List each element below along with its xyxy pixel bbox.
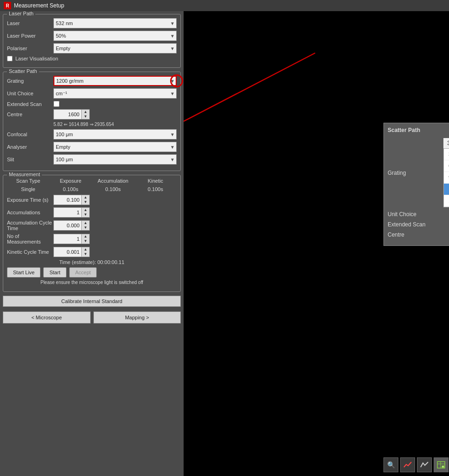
measurement-values: Single 0.100s 0.100s 0.100s — [7, 186, 177, 193]
acc-cycle-spin-up[interactable]: ▲ — [82, 221, 89, 225]
time-estimate: Time (estimate): 00:00:00.11 — [7, 259, 177, 265]
scatter-popup-title: Scatter Path — [388, 127, 449, 133]
exposure-header: Exposure — [49, 178, 92, 184]
kinetic-cycle-time-row: Kinetic Cycle Time ▲ ▼ — [7, 247, 177, 257]
range-row: 5.82 ⇐ 1614.898 ⇒ 2935.654 — [7, 122, 177, 127]
start-live-button[interactable]: Start Live — [7, 267, 40, 278]
grating-dropdown-popup: 300 gr/mm 600 gr/mm 900 gr/mm 1200 gr/mm… — [443, 149, 449, 207]
unit-choice-row: Unit Choice cm⁻¹ ▼ — [7, 88, 177, 99]
grating-option-1800[interactable]: 1800 gr/mm — [444, 195, 449, 207]
polariser-select[interactable]: Empty — [53, 43, 177, 53]
analyser-row: Analyser Empty ▼ — [7, 142, 177, 152]
acc-cycle-input[interactable] — [53, 220, 81, 231]
grating-option-300[interactable]: 300 gr/mm — [444, 149, 449, 160]
extended-scan-row: Extended Scan — [7, 101, 177, 107]
accumulations-spinner: ▲ ▼ — [53, 207, 91, 218]
slit-label: Slit — [7, 157, 53, 162]
popup-grating-header[interactable]: 300 gr/mm ▼ — [443, 138, 449, 149]
unit-choice-select[interactable]: cm⁻¹ — [53, 88, 177, 99]
bottom-toolbar: 🔍 — [383, 457, 449, 472]
unit-choice-label: Unit Choice — [7, 91, 53, 96]
no-of-measurements-row: No of Measurements ▲ ▼ — [7, 233, 177, 245]
popup-unit-choice-label: Unit Choice — [388, 211, 443, 218]
accumulations-row: Accumulations ▲ ▼ — [7, 207, 177, 218]
kinetic-cycle-spin-up[interactable]: ▲ — [82, 247, 89, 252]
acc-cycle-spinner: ▲ ▼ — [53, 220, 91, 231]
laser-dropdown-wrapper: 532 nm ▼ — [53, 18, 177, 28]
centre-input[interactable] — [53, 109, 81, 119]
centre-spin-down[interactable]: ▼ — [82, 114, 89, 119]
accumulations-input[interactable] — [53, 207, 81, 218]
analyser-select[interactable]: Empty — [53, 142, 177, 152]
navigation-buttons: < Microscope Mapping > — [3, 311, 181, 324]
grating-row: Grating 1200 gr/mm ▼ — [7, 76, 177, 86]
grating-dropdown-wrapper: 1200 gr/mm ▼ — [53, 76, 177, 86]
laser-select[interactable]: 532 nm — [53, 18, 177, 28]
exposure-time-input[interactable] — [53, 195, 81, 205]
measurement-title: Measurement — [7, 172, 42, 177]
kinetic-cycle-spinner: ▲ ▼ — [53, 247, 91, 257]
acc-cycle-spin-buttons: ▲ ▼ — [81, 220, 90, 231]
exposure-spin-up[interactable]: ▲ — [82, 195, 89, 200]
centre-spin-up[interactable]: ▲ — [82, 110, 89, 114]
no-measurements-input[interactable] — [53, 234, 81, 244]
centre-spin-buttons: ▲ ▼ — [81, 109, 90, 119]
zoom-icon[interactable]: 🔍 — [383, 457, 398, 472]
calibrate-button[interactable]: Calibrate Internal Standard — [3, 296, 181, 307]
forward-button[interactable]: Mapping > — [93, 311, 181, 324]
polariser-label: Polariser — [7, 46, 53, 51]
svg-line-0 — [184, 53, 315, 121]
title-bar: R Measurement Setup — [0, 0, 449, 11]
grating-select[interactable]: 1200 gr/mm — [53, 76, 177, 86]
no-measurements-spin-down[interactable]: ▼ — [82, 239, 89, 244]
accumulations-spin-up[interactable]: ▲ — [82, 208, 89, 212]
laser-path-title: Laser Path — [7, 11, 35, 16]
grating-label: Grating — [7, 78, 53, 84]
left-panel: Laser Path Laser 532 nm ▼ Laser Power 50… — [0, 11, 184, 476]
laser-visualisation-label: Laser Visualisation — [15, 56, 58, 61]
chart2-icon[interactable] — [417, 457, 432, 472]
exposure-spin-down[interactable]: ▼ — [82, 200, 89, 205]
accumulations-spin-down[interactable]: ▼ — [82, 212, 89, 217]
grating-option-600[interactable]: 600 gr/mm — [444, 160, 449, 172]
centre-row: Centre ▲ ▼ — [7, 109, 177, 119]
kinetic-header: Kinetic — [134, 178, 177, 184]
popup-centre-label: Centre — [388, 231, 443, 238]
exposure-time-row: Exposure Time (s) ▲ ▼ — [7, 195, 177, 205]
no-measurements-spinner: ▲ ▼ — [53, 234, 91, 244]
exposure-time-label: Exposure Time (s) — [7, 197, 53, 203]
slit-select[interactable]: 100 μm — [53, 154, 177, 165]
exposure-value: 0.100s — [49, 186, 92, 192]
confocal-label: Confocal — [7, 132, 53, 137]
accumulations-spin-buttons: ▲ ▼ — [81, 207, 90, 218]
slit-dropdown-wrapper: 100 μm ▼ — [53, 154, 177, 165]
laser-power-select[interactable]: 50% — [53, 31, 177, 41]
popup-grating-row: Grating 300 gr/mm ▼ 300 gr/mm 600 gr/mm … — [388, 138, 449, 207]
start-button[interactable]: Start — [43, 267, 66, 278]
back-button[interactable]: < Microscope — [3, 311, 91, 324]
accumulation-value: 0.100s — [92, 186, 134, 192]
acc-cycle-time-label: Accumulation Cycle Time — [7, 220, 53, 231]
table-icon[interactable] — [434, 457, 449, 472]
accumulation-header: Accumulation — [92, 178, 134, 184]
grating-option-1200[interactable]: 1200 gr/mm — [444, 184, 449, 195]
laser-power-label: Laser Power — [7, 33, 53, 39]
kinetic-cycle-input[interactable] — [53, 247, 81, 257]
scan-type-header: Scan Type — [7, 178, 49, 184]
kinetic-value: 0.100s — [134, 186, 177, 192]
laser-visualisation-checkbox[interactable] — [7, 56, 13, 61]
kinetic-cycle-spin-down[interactable]: ▼ — [82, 252, 89, 257]
acc-cycle-spin-down[interactable]: ▼ — [82, 225, 89, 230]
exposure-time-spinner: ▲ ▼ — [53, 195, 91, 205]
popup-extended-scan-row: Extended Scan — [388, 221, 449, 228]
action-buttons: Start Live Start Accept — [7, 267, 177, 278]
no-measurements-spin-up[interactable]: ▲ — [82, 234, 89, 239]
kinetic-cycle-label: Kinetic Cycle Time — [7, 249, 53, 255]
confocal-select[interactable]: 100 μm — [53, 129, 177, 139]
chart-icon[interactable] — [400, 457, 415, 472]
extended-scan-checkbox[interactable] — [53, 101, 59, 107]
grating-option-900[interactable]: 900 gr/mm — [444, 172, 449, 184]
confocal-row: Confocal 100 μm ▼ — [7, 129, 177, 139]
unit-choice-dropdown-wrapper: cm⁻¹ ▼ — [53, 88, 177, 99]
right-panel: Scatter Path Grating 300 gr/mm ▼ 300 gr/… — [184, 11, 449, 476]
